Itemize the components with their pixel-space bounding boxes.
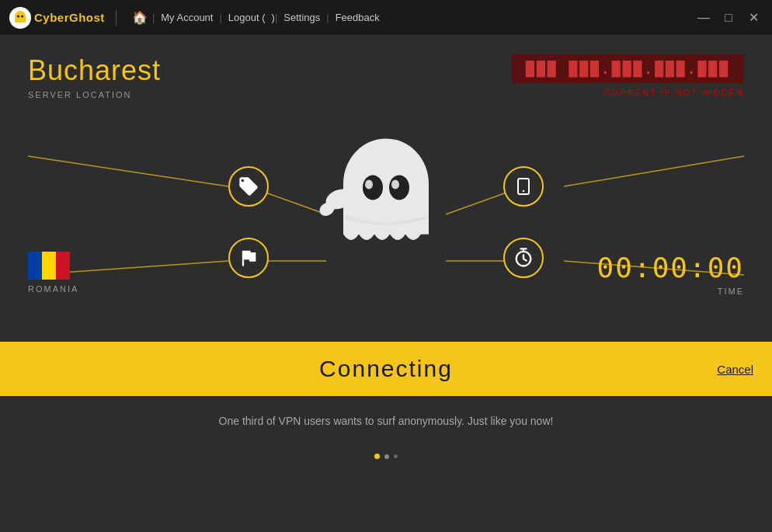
svg-line-8 xyxy=(28,156,228,186)
titlebar: CyberGhost 🏠 | My Account | Logout ( ) |… xyxy=(0,0,772,36)
cancel-button[interactable]: Cancel xyxy=(717,363,753,376)
svg-point-21 xyxy=(391,179,399,189)
settings-link[interactable]: Settings xyxy=(277,12,326,23)
titlebar-divider xyxy=(116,10,116,26)
connecting-banner: Connecting Cancel xyxy=(0,342,772,396)
logo-circle xyxy=(9,7,31,29)
svg-point-14 xyxy=(523,190,524,192)
minimize-button[interactable]: — xyxy=(694,9,713,27)
tag-icon xyxy=(238,176,259,197)
time-label: TIME xyxy=(597,287,744,296)
nav-links: 🏠 | My Account | Logout ( ) | Settings |… xyxy=(127,10,694,25)
romania-flag xyxy=(28,252,70,280)
left-panel: Bucharest SERVER LOCATION xyxy=(28,54,245,99)
loading-dots xyxy=(374,454,398,459)
timer-value: 00:00:00 xyxy=(597,252,744,283)
ghost-mascot xyxy=(316,125,456,257)
tip-text: One third of VPN users wants to surf ano… xyxy=(219,415,554,427)
lower-section: One third of VPN users wants to surf ano… xyxy=(0,396,772,459)
flag-red-stripe xyxy=(56,252,70,280)
timer-icon xyxy=(513,247,534,269)
my-account-link[interactable]: My Account xyxy=(155,12,219,23)
loading-dot-1 xyxy=(374,454,380,459)
timer-display-area: 00:00:00 TIME xyxy=(597,252,744,296)
maximize-button[interactable]: □ xyxy=(719,9,738,27)
feedback-link[interactable]: Feedback xyxy=(329,12,386,23)
flag-blue-stripe xyxy=(28,252,42,280)
svg-point-2 xyxy=(17,15,19,17)
svg-point-20 xyxy=(365,179,373,189)
timer-icon-circle xyxy=(503,238,544,278)
flag-icon xyxy=(238,247,259,269)
logout-link[interactable]: Logout ( xyxy=(222,12,272,23)
phone-icon xyxy=(514,176,533,197)
ip-display: ███ ███.███.███.███ xyxy=(512,54,744,83)
home-button[interactable]: 🏠 xyxy=(127,10,152,25)
server-location-label: SERVER LOCATION xyxy=(28,90,245,99)
close-button[interactable]: ✕ xyxy=(744,9,763,27)
country-name-label: ROMANIA xyxy=(28,284,78,294)
tag-icon-circle xyxy=(228,166,269,207)
connecting-text: Connecting xyxy=(319,356,453,382)
flag-yellow-stripe xyxy=(42,252,56,280)
svg-point-18 xyxy=(363,175,383,200)
right-panel: ███ ███.███.███.███ CURRENT IP NOT HIDDE… xyxy=(512,54,744,97)
svg-point-19 xyxy=(389,175,409,200)
loading-dot-2 xyxy=(384,454,389,459)
phone-icon-circle xyxy=(503,166,544,207)
window-controls: — □ ✕ xyxy=(694,9,763,27)
main-content: Bucharest SERVER LOCATION ███ ███.███.██… xyxy=(0,36,772,342)
flag-icon-circle xyxy=(228,238,269,278)
ghost-container xyxy=(316,125,456,257)
loading-dot-3 xyxy=(394,454,398,458)
svg-line-10 xyxy=(564,156,744,186)
cyberghost-logo-icon xyxy=(12,9,29,26)
ip-not-hidden-label: CURRENT IP NOT HIDDEN xyxy=(512,88,744,97)
city-name: Bucharest xyxy=(28,54,245,87)
logo-area: CyberGhost xyxy=(9,7,105,29)
country-flag-area: ROMANIA xyxy=(28,252,78,294)
svg-point-3 xyxy=(21,15,23,17)
logo-text: CyberGhost xyxy=(34,11,105,24)
